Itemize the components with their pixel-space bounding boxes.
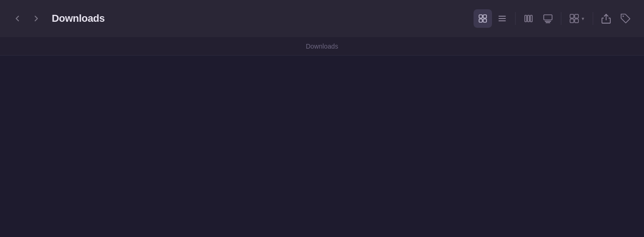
svg-rect-10 bbox=[544, 15, 552, 20]
nav-buttons bbox=[9, 10, 44, 27]
view-controls: ▾ bbox=[474, 9, 635, 28]
group-icon bbox=[570, 14, 580, 23]
columns-icon bbox=[524, 14, 533, 23]
breadcrumb: Downloads bbox=[306, 43, 338, 50]
group-chevron-icon: ▾ bbox=[582, 16, 584, 22]
tag-icon bbox=[620, 13, 631, 24]
columns-view-button[interactable] bbox=[519, 9, 538, 28]
divider-3 bbox=[593, 12, 593, 25]
gallery-view-button[interactable] bbox=[539, 9, 557, 28]
tag-button[interactable] bbox=[616, 9, 635, 28]
share-button[interactable] bbox=[597, 9, 615, 28]
divider-2 bbox=[561, 12, 561, 25]
grid-view-button[interactable] bbox=[474, 9, 492, 28]
svg-rect-9 bbox=[530, 15, 532, 22]
svg-rect-13 bbox=[570, 14, 574, 18]
main-content bbox=[0, 56, 644, 237]
svg-rect-16 bbox=[575, 19, 578, 23]
svg-point-17 bbox=[623, 16, 624, 17]
svg-rect-1 bbox=[483, 15, 486, 18]
gallery-icon bbox=[543, 14, 553, 23]
toolbar: Downloads bbox=[0, 0, 644, 37]
svg-rect-0 bbox=[479, 15, 482, 18]
divider-1 bbox=[515, 12, 516, 25]
svg-rect-2 bbox=[479, 19, 482, 22]
share-icon bbox=[601, 13, 611, 24]
svg-rect-15 bbox=[575, 14, 578, 18]
grid-icon bbox=[478, 14, 487, 23]
svg-rect-14 bbox=[570, 19, 574, 23]
svg-rect-7 bbox=[525, 15, 527, 22]
svg-rect-8 bbox=[528, 15, 529, 22]
group-button[interactable]: ▾ bbox=[565, 9, 589, 28]
breadcrumb-bar: Downloads bbox=[0, 37, 644, 56]
page-title: Downloads bbox=[52, 12, 105, 25]
back-icon bbox=[14, 15, 21, 22]
forward-icon bbox=[33, 15, 39, 22]
list-icon bbox=[498, 14, 507, 23]
list-view-button[interactable] bbox=[493, 9, 511, 28]
forward-button[interactable] bbox=[28, 10, 44, 27]
back-button[interactable] bbox=[9, 10, 26, 27]
svg-rect-3 bbox=[483, 19, 486, 22]
